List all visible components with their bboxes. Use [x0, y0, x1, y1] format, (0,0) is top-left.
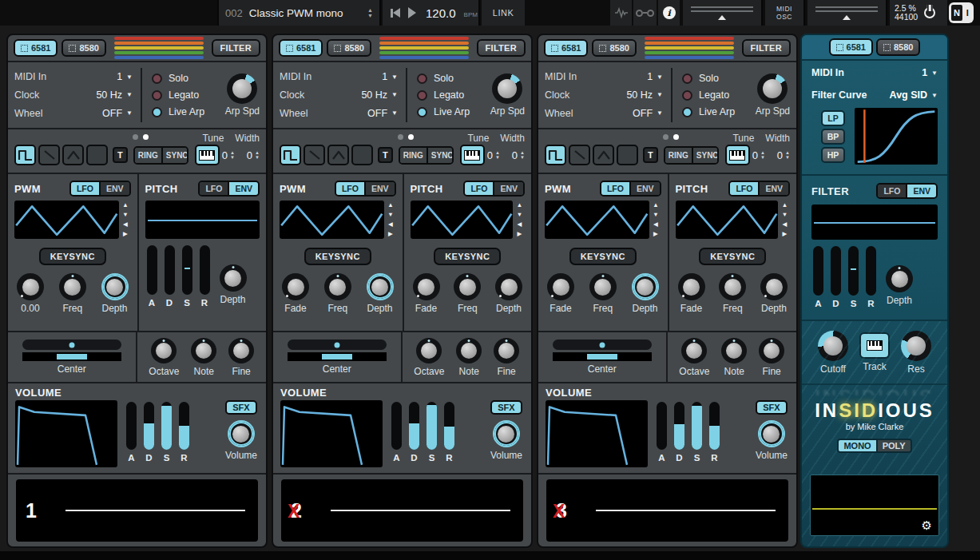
arrow-up-icon[interactable]: ▲ [386, 201, 396, 209]
attack-slider[interactable] [813, 246, 823, 296]
width-stepper[interactable]: 0▲▼ [777, 149, 790, 161]
keysync-button[interactable]: KEYSYNC [699, 248, 766, 265]
arrow-down-icon[interactable]: ▼ [121, 211, 131, 219]
release-slider[interactable] [444, 402, 454, 450]
skip-back-button[interactable] [391, 8, 400, 18]
pwm-lfo-env-toggle[interactable]: LFOENV [335, 181, 396, 197]
tune-stepper[interactable]: 0▲▼ [222, 149, 235, 161]
lfo-tab[interactable]: LFO [601, 182, 629, 195]
lfo-tab[interactable]: LFO [71, 182, 99, 195]
wheel-select[interactable]: WheelOFF▼ [280, 108, 398, 119]
pitch-fade-knob[interactable] [678, 273, 705, 300]
power-icon[interactable] [924, 7, 935, 18]
chip-8580-button[interactable]: 8580 [61, 39, 105, 57]
attack-slider[interactable] [147, 245, 157, 295]
noise-wave-button[interactable] [86, 145, 108, 165]
release-slider[interactable] [866, 246, 876, 296]
pwm-fade-knob[interactable] [547, 273, 574, 300]
link-button[interactable]: LINK [482, 0, 525, 26]
pitch-freq-knob[interactable] [719, 273, 746, 300]
decay-slider[interactable] [165, 245, 175, 295]
test-bit-button[interactable]: T [378, 147, 393, 163]
arrow-down-icon[interactable]: ▼ [780, 211, 790, 219]
filter-curve-display[interactable] [855, 108, 938, 165]
test-bit-button[interactable]: T [113, 147, 128, 163]
midi-in-select[interactable]: MIDI In1▼ [14, 71, 133, 82]
env-tab[interactable]: ENV [629, 182, 660, 195]
filter-lfo-env-toggle[interactable]: LFOENV [876, 183, 938, 199]
attack-slider[interactable] [126, 402, 137, 450]
env-tab[interactable]: ENV [493, 182, 523, 195]
pitch-env-display[interactable] [145, 201, 260, 239]
voice-mode-toggle[interactable]: MONO POLY [837, 439, 911, 453]
tune-stepper[interactable]: 0▲▼ [487, 149, 500, 161]
midi-osc-button[interactable]: MIDIOSC [765, 0, 805, 26]
volume-knob[interactable] [228, 420, 255, 447]
fine-knob[interactable] [759, 338, 784, 363]
center-slider[interactable] [553, 340, 652, 350]
ring-mod-button[interactable]: RING [400, 148, 427, 163]
lfo-tab[interactable]: LFO [730, 182, 758, 195]
chip-6581-button[interactable]: 6581 [544, 39, 588, 57]
keyboard-track-button[interactable] [195, 145, 220, 165]
tune-stepper[interactable]: 0▲▼ [752, 149, 765, 161]
arrow-left-icon[interactable]: ◀ [651, 220, 661, 228]
decay-slider[interactable] [409, 402, 419, 450]
pitch-depth-knob[interactable] [495, 273, 522, 300]
pwm-lfo-env-toggle[interactable]: LFOENV [600, 181, 661, 197]
test-bit-button[interactable]: T [643, 147, 658, 163]
live-arp-radio[interactable] [417, 107, 427, 117]
filter-route-button[interactable]: FILTER [212, 39, 260, 57]
octave-knob[interactable] [416, 338, 442, 363]
pitch-lfo-env-toggle[interactable]: LFOENV [198, 181, 260, 197]
waveform-monitor-button[interactable] [610, 0, 632, 26]
pulse-wave-button[interactable] [14, 145, 36, 165]
arrow-right-icon[interactable]: ▶ [514, 230, 525, 238]
arrow-up-icon[interactable]: ▲ [514, 201, 525, 209]
arp-speed-knob[interactable] [227, 73, 257, 104]
lfo-tab[interactable]: LFO [878, 185, 906, 197]
live-arp-radio[interactable] [152, 107, 162, 117]
arrow-left-icon[interactable]: ◀ [514, 220, 525, 228]
center-slider[interactable] [288, 340, 387, 350]
sustain-slider[interactable] [692, 402, 702, 450]
pitch-fade-knob[interactable] [413, 273, 440, 300]
arrow-down-icon[interactable]: ▼ [514, 211, 525, 219]
cutoff-knob[interactable] [818, 331, 848, 361]
poly-button[interactable]: POLY [876, 440, 911, 451]
pwm-freq-knob[interactable] [589, 273, 617, 300]
bpm-value[interactable]: 120.0 [426, 6, 456, 20]
filter-route-button[interactable]: FILTER [477, 39, 526, 57]
glasses-view-button[interactable] [633, 0, 657, 26]
env-tab[interactable]: ENV [758, 182, 788, 195]
level-slider-left[interactable] [683, 0, 763, 26]
keyboard-track-button[interactable] [725, 145, 750, 165]
solo-radio[interactable] [417, 73, 427, 84]
saw-wave-button[interactable] [569, 145, 590, 165]
midi-in-select[interactable]: MIDI In1▼ [545, 71, 663, 82]
sustain-slider[interactable] [182, 245, 192, 295]
sfx-button[interactable]: SFX [490, 400, 522, 415]
legato-radio[interactable] [682, 90, 692, 101]
pwm-lfo-display[interactable] [545, 201, 649, 239]
volume-knob[interactable] [493, 420, 520, 447]
pwm-depth-knob[interactable] [632, 273, 659, 300]
volume-env-display[interactable] [546, 400, 648, 467]
arrow-up-icon[interactable]: ▲ [651, 201, 661, 209]
note-knob[interactable] [191, 338, 216, 363]
chip-6581-button[interactable]: 6581 [829, 38, 873, 56]
pwm-depth-knob[interactable] [101, 273, 129, 300]
lowpass-button[interactable]: LP [821, 110, 845, 126]
chip-8580-button[interactable]: 8580 [327, 39, 371, 57]
legato-radio[interactable] [417, 90, 427, 101]
env-tab[interactable]: ENV [228, 182, 258, 195]
clock-select[interactable]: Clock50 Hz▼ [545, 89, 663, 101]
pitch-lfo-display[interactable] [411, 201, 514, 239]
triangle-wave-button[interactable] [327, 145, 349, 165]
env-tab[interactable]: ENV [99, 182, 129, 195]
keysync-button[interactable]: KEYSYNC [434, 248, 501, 265]
ring-mod-button[interactable]: RING [665, 148, 692, 163]
clock-select[interactable]: Clock50 Hz▼ [14, 89, 133, 101]
filter-depth-knob[interactable] [886, 265, 913, 292]
highpass-button[interactable]: HP [821, 147, 845, 163]
